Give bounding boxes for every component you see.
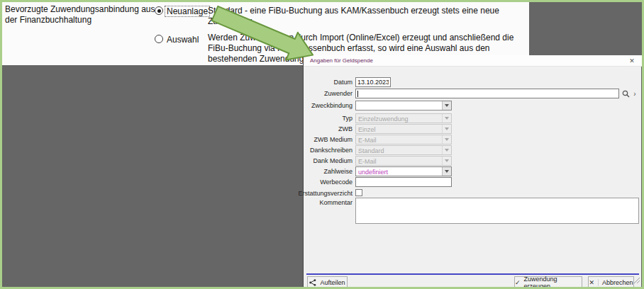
chevron-down-icon xyxy=(442,135,451,144)
aufteilen-label: Aufteilen xyxy=(320,279,345,286)
werbecode-input[interactable] xyxy=(355,177,452,187)
dialog-title: Angaben für Geldspende xyxy=(310,57,373,64)
radio-unselected-icon[interactable] xyxy=(155,35,163,43)
zuwender-input[interactable] xyxy=(355,89,619,98)
radio-auswahl-label[interactable]: Auswahl xyxy=(165,35,200,45)
zwb-medium-label: ZWB Medium xyxy=(313,136,352,143)
geldspende-dialog: Angaben für Geldspende ✕ Datum Zuwender … xyxy=(303,55,641,288)
zuwendung-erzeugen-label: Zuwendung erzeugen xyxy=(524,276,582,289)
kommentar-label: Kommentar xyxy=(319,199,352,206)
erstattungsverzicht-label: Erstattungsverzicht xyxy=(298,190,352,197)
chevron-right-icon[interactable]: › xyxy=(632,89,638,98)
chevron-down-icon xyxy=(442,146,451,154)
radio-option-neuanlage[interactable]: Neuanlage xyxy=(155,6,209,16)
field-row-dank-medium: Dank Medium E-Mail xyxy=(304,156,642,166)
zweckbindung-select[interactable] xyxy=(355,101,452,110)
zuwender-label: Zuwender xyxy=(324,90,352,97)
dialog-titlebar[interactable]: Angaben für Geldspende ✕ xyxy=(304,55,642,67)
werbecode-label: Werbecode xyxy=(320,178,352,186)
close-icon[interactable]: ✕ xyxy=(628,57,636,65)
radio-option-auswahl[interactable]: Auswahl xyxy=(155,35,200,45)
kommentar-textarea[interactable] xyxy=(355,198,639,224)
abbrechen-label: Abbrechen xyxy=(602,279,633,286)
field-row-dankschreiben: Dankschreiben Standard xyxy=(304,145,642,155)
zuwendung-erzeugen-button[interactable]: ✓ Zuwendung erzeugen xyxy=(514,276,582,288)
checkmark-icon: ✓ xyxy=(515,279,521,286)
radio-selected-icon[interactable] xyxy=(155,6,163,15)
dankschreiben-label: Dankschreiben xyxy=(310,147,352,154)
chevron-down-icon xyxy=(442,125,451,133)
field-row-zwb-medium: ZWB Medium E-Mail xyxy=(304,135,642,144)
datum-label: Datum xyxy=(333,79,352,86)
resize-grip[interactable] xyxy=(634,273,640,286)
field-row-datum: Datum xyxy=(304,77,642,87)
share-split-icon xyxy=(309,279,316,286)
typ-label: Typ xyxy=(342,115,352,122)
typ-select: Einzelzuwendung xyxy=(355,113,452,123)
footer-separator xyxy=(306,273,639,275)
radio-neuanlage-label[interactable]: Neuanlage xyxy=(165,6,209,16)
text-caret xyxy=(357,91,358,97)
zwb-select: Einzel xyxy=(355,124,452,134)
datum-input[interactable] xyxy=(355,77,391,87)
x-cancel-icon: ✕ xyxy=(589,279,599,286)
field-row-kommentar: Kommentar xyxy=(304,198,642,224)
field-row-zahlweise: Zahlweise undefiniert xyxy=(304,166,642,176)
dankschreiben-select: Standard xyxy=(355,145,452,155)
field-row-werbecode: Werbecode xyxy=(304,177,642,187)
chevron-down-icon[interactable] xyxy=(442,167,451,176)
settings-group-label: Bevorzugte Zuwendungsanbindung aus der F… xyxy=(5,4,155,26)
app-window: Bevorzugte Zuwendungsanbindung aus der F… xyxy=(0,0,644,289)
dank-medium-select: E-Mail xyxy=(355,156,452,166)
field-row-zweckbindung: Zweckbindung xyxy=(304,101,642,110)
aufteilen-button[interactable]: Aufteilen xyxy=(307,276,348,288)
chevron-down-icon xyxy=(442,157,451,165)
field-row-erstattungsverzicht: Erstattungsverzicht xyxy=(304,188,642,198)
zweckbindung-label: Zweckbindung xyxy=(311,102,352,109)
search-icon[interactable] xyxy=(621,89,630,98)
field-row-zwb: ZWB Einzel xyxy=(304,124,642,134)
erstattungsverzicht-checkbox[interactable] xyxy=(355,189,362,196)
zwb-label: ZWB xyxy=(338,125,352,132)
field-row-typ: Typ Einzelzuwendung xyxy=(304,113,642,123)
zwb-medium-select: E-Mail xyxy=(355,135,452,144)
neuanlage-description: Standard - eine FiBu-Buchung aus KAM/Kas… xyxy=(208,6,528,27)
zahlweise-select[interactable]: undefiniert xyxy=(355,166,452,176)
chevron-down-icon xyxy=(442,114,451,123)
zahlweise-label: Zahlweise xyxy=(323,168,352,175)
abbrechen-button[interactable]: ✕ Abbrechen xyxy=(588,276,634,288)
dank-medium-label: Dank Medium xyxy=(313,157,352,164)
field-row-zuwender: Zuwender › xyxy=(304,89,642,98)
chevron-down-icon[interactable] xyxy=(442,101,451,110)
